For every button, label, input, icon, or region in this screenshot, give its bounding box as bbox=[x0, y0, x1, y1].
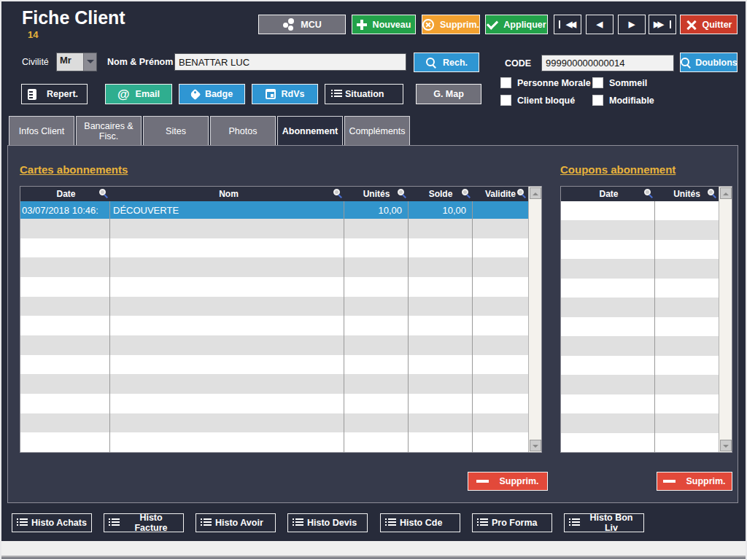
cell-empty bbox=[409, 277, 473, 297]
cartes-abonnements-title: Cartes abonnements bbox=[20, 163, 128, 176]
minus-icon bbox=[663, 480, 676, 483]
cell-empty bbox=[344, 297, 409, 316]
cell-empty bbox=[473, 374, 528, 394]
list-icon bbox=[569, 518, 580, 527]
column-search-icon[interactable] bbox=[644, 189, 653, 198]
column-search-icon[interactable] bbox=[708, 189, 716, 198]
column-header-validite[interactable]: Validite bbox=[473, 187, 528, 201]
supprim-coupon-button[interactable]: Supprim. bbox=[657, 472, 732, 491]
cell-empty bbox=[409, 219, 473, 238]
column-search-icon[interactable] bbox=[462, 189, 471, 198]
cell-empty bbox=[473, 394, 528, 413]
gmap-button[interactable]: G. Map bbox=[416, 84, 481, 104]
column-search-icon[interactable] bbox=[99, 189, 108, 198]
histo-avoir-button[interactable]: Histo Avoir bbox=[196, 513, 276, 532]
coupons-table-scrollbar[interactable] bbox=[719, 187, 732, 452]
rech-button[interactable]: Rech. bbox=[414, 52, 479, 72]
nav-prev-button[interactable]: ◀ bbox=[586, 15, 614, 34]
coupons-table-body bbox=[561, 201, 719, 452]
tab-complements[interactable]: Compléments bbox=[344, 116, 410, 146]
table-row bbox=[561, 394, 719, 413]
address-book-icon bbox=[28, 89, 36, 100]
nav-last-button[interactable]: ▶▶ bbox=[649, 15, 676, 34]
supprim-header-button[interactable]: Supprim. bbox=[422, 15, 480, 34]
cartes-table-scrollbar[interactable] bbox=[528, 187, 541, 452]
tab-photos[interactable]: Photos bbox=[210, 116, 276, 146]
column-search-icon[interactable] bbox=[398, 189, 406, 198]
histo-devis-button[interactable]: Histo Devis bbox=[287, 513, 368, 532]
table-row bbox=[20, 374, 528, 394]
doublons-button[interactable]: Doublons bbox=[680, 52, 738, 72]
column-header-nom[interactable]: Nom bbox=[110, 187, 344, 201]
mcu-button[interactable]: MCU bbox=[258, 15, 346, 34]
histo-cde-button[interactable]: Histo Cde bbox=[380, 513, 460, 532]
scroll-up-icon[interactable] bbox=[720, 187, 732, 199]
cell-empty bbox=[409, 297, 473, 316]
search-icon bbox=[680, 57, 692, 68]
cell-empty bbox=[473, 316, 528, 335]
cell-empty bbox=[655, 336, 719, 355]
histo-bon-liv-button[interactable]: Histo Bon Liv bbox=[564, 513, 644, 532]
nav-first-button[interactable]: ◀◀ bbox=[554, 15, 581, 34]
tab-infos-client[interactable]: Infos Client bbox=[9, 116, 74, 146]
tab-sites[interactable]: Sites bbox=[143, 116, 209, 146]
list-icon bbox=[477, 518, 488, 527]
cell-empty bbox=[561, 375, 655, 394]
checkbox-personne-morale[interactable] bbox=[500, 77, 511, 88]
table-row bbox=[561, 375, 719, 394]
checkbox-sommeil[interactable] bbox=[592, 77, 603, 88]
scroll-down-icon[interactable] bbox=[720, 440, 732, 451]
email-button[interactable]: @ Email bbox=[105, 84, 172, 104]
flag-client-bloque: Client bloqué bbox=[500, 95, 575, 106]
cell-empty bbox=[20, 374, 110, 394]
quitter-button[interactable]: Quitter bbox=[680, 15, 738, 34]
at-sign-icon: @ bbox=[117, 88, 130, 101]
tab-bancaires-fisc[interactable]: Bancaires & Fisc. bbox=[76, 116, 142, 146]
badge-button[interactable]: Badge bbox=[179, 84, 245, 104]
nouveau-button[interactable]: Nouveau bbox=[352, 15, 416, 34]
pro-forma-button[interactable]: Pro Forma bbox=[472, 513, 552, 532]
cell-date: 03/07/2018 10:46: bbox=[20, 201, 110, 219]
bar-icon bbox=[670, 20, 671, 28]
column-header-date[interactable]: Date bbox=[561, 187, 655, 201]
situation-button[interactable]: Situation bbox=[325, 84, 403, 104]
histo-facture-button[interactable]: Histo Facture bbox=[104, 513, 184, 532]
minus-icon bbox=[476, 480, 489, 483]
list-icon bbox=[17, 518, 28, 527]
repert-button[interactable]: Repert. bbox=[21, 84, 88, 104]
cell-empty bbox=[561, 259, 655, 278]
column-header-solde[interactable]: Solde bbox=[409, 187, 473, 201]
column-header-unites[interactable]: Unités bbox=[344, 187, 409, 201]
close-x-icon bbox=[686, 20, 697, 30]
cell-empty bbox=[561, 220, 655, 239]
table-row-selected[interactable]: 03/07/2018 10:46: DÉCOUVERTE 10,00 10,00 bbox=[20, 201, 528, 219]
cell-empty bbox=[409, 374, 473, 394]
scroll-down-icon[interactable] bbox=[530, 440, 541, 451]
cell-empty bbox=[110, 238, 344, 258]
table-row bbox=[20, 355, 528, 375]
tab-abonnement[interactable]: Abonnement bbox=[277, 116, 343, 146]
scroll-up-icon[interactable] bbox=[530, 187, 541, 199]
chevron-down-icon[interactable] bbox=[83, 53, 96, 71]
name-input[interactable]: BENATTAR LUC bbox=[174, 53, 406, 71]
status-bar bbox=[1, 541, 746, 558]
column-search-icon[interactable] bbox=[517, 189, 526, 198]
next-record-icon: ▶ bbox=[629, 20, 635, 29]
appliquer-button[interactable]: Appliquer bbox=[485, 15, 548, 34]
cell-empty bbox=[344, 219, 409, 238]
supprim-carte-button[interactable]: Supprim. bbox=[468, 472, 548, 491]
column-header-unites[interactable]: Unités bbox=[655, 187, 719, 201]
table-row bbox=[561, 220, 719, 239]
histo-achats-button[interactable]: Histo Achats bbox=[12, 513, 92, 532]
code-input[interactable]: 999900000000014 bbox=[541, 55, 674, 71]
column-search-icon[interactable] bbox=[333, 189, 342, 198]
table-row bbox=[20, 335, 528, 355]
civilite-select[interactable]: Mr bbox=[56, 52, 97, 71]
rdvs-button[interactable]: RdVs bbox=[252, 84, 318, 104]
checkbox-client-bloque[interactable] bbox=[500, 95, 511, 106]
column-header-date[interactable]: Date bbox=[20, 187, 110, 201]
nav-next-button[interactable]: ▶ bbox=[618, 15, 646, 34]
table-row bbox=[561, 259, 719, 278]
cell-solde: 10,00 bbox=[409, 201, 473, 219]
checkbox-modifiable[interactable] bbox=[592, 95, 603, 106]
